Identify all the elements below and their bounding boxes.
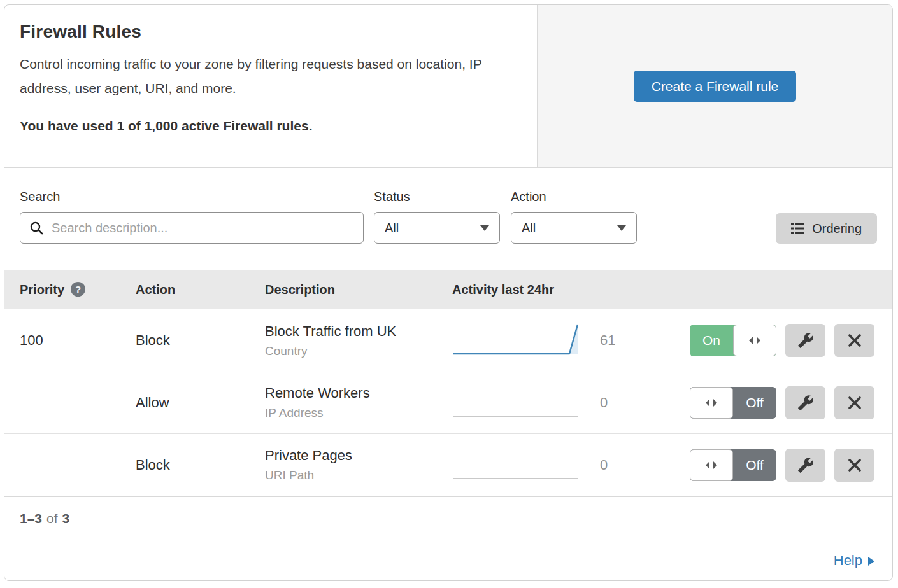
column-header-activity: Activity last 24hr <box>452 283 892 297</box>
chevron-down-icon <box>617 225 626 231</box>
pagination-range: 1–3 <box>20 511 42 526</box>
activity-sparkline <box>452 445 580 486</box>
delete-rule-button[interactable] <box>834 324 874 357</box>
header-text-panel: Firewall Rules Control incoming traffic … <box>4 5 537 167</box>
rule-description: Private Pages URI Path <box>265 447 452 482</box>
delete-rule-button[interactable] <box>834 386 874 419</box>
table-row: 100 Block Block Traffic from UK Country … <box>4 309 892 372</box>
activity-count: 0 <box>600 395 608 411</box>
rule-match-type: IP Address <box>265 406 452 420</box>
header-action-panel: Create a Firewall rule <box>537 5 892 167</box>
left-right-arrows-icon <box>748 336 762 345</box>
firewall-rules-card: Firewall Rules Control incoming traffic … <box>4 4 893 581</box>
status-selected-value: All <box>385 221 480 235</box>
rule-enabled-toggle[interactable]: On <box>690 325 776 356</box>
close-icon <box>848 334 861 347</box>
page-header: Firewall Rules Control incoming traffic … <box>4 5 892 168</box>
action-label: Action <box>511 190 637 204</box>
activity-sparkline <box>452 320 580 361</box>
rule-description-title: Remote Workers <box>265 385 452 402</box>
rule-description: Remote Workers IP Address <box>265 385 452 420</box>
activity-count: 61 <box>600 332 615 349</box>
wrench-icon <box>797 332 814 349</box>
rule-match-type: Country <box>265 344 452 358</box>
help-link-label: Help <box>834 552 862 569</box>
table-row: Allow Remote Workers IP Address 0 Off <box>4 372 892 434</box>
status-select[interactable]: All <box>374 212 500 244</box>
rule-activity: 0 <box>452 445 690 486</box>
rule-description: Block Traffic from UK Country <box>265 323 452 358</box>
wrench-icon <box>797 395 814 411</box>
table-header: Priority? Action Description Activity la… <box>4 270 892 309</box>
status-label: Status <box>374 190 500 204</box>
table-row: Block Private Pages URI Path 0 Off <box>4 434 892 496</box>
page-title: Firewall Rules <box>20 22 511 42</box>
edit-rule-button[interactable] <box>785 449 825 482</box>
search-input-wrap <box>20 212 364 244</box>
create-firewall-rule-button[interactable]: Create a Firewall rule <box>634 71 797 102</box>
edit-rule-button[interactable] <box>785 386 825 419</box>
filter-bar: Search Status All Action All <box>4 168 892 270</box>
toggle-state-label: Off <box>733 449 776 481</box>
action-select[interactable]: All <box>511 212 637 244</box>
ordered-list-icon <box>791 223 805 234</box>
rule-controls: Off <box>690 386 892 419</box>
rule-priority: 100 <box>20 332 136 349</box>
pagination-total: 3 <box>62 511 70 526</box>
wrench-icon <box>797 457 814 473</box>
rule-action: Block <box>136 332 265 349</box>
delete-rule-button[interactable] <box>834 449 874 482</box>
activity-sparkline <box>452 382 580 423</box>
ordering-button[interactable]: Ordering <box>776 213 877 244</box>
rule-enabled-toggle[interactable]: Off <box>690 449 776 481</box>
toggle-state-label: On <box>690 325 733 356</box>
rule-match-type: URI Path <box>265 468 452 482</box>
toggle-state-label: Off <box>733 387 776 419</box>
help-bar: Help <box>4 540 892 580</box>
search-filter: Search <box>20 190 364 244</box>
usage-note: You have used 1 of 1,000 active Firewall… <box>20 118 511 134</box>
toggle-knob[interactable] <box>733 325 776 356</box>
ordering-button-label: Ordering <box>812 221 862 236</box>
rule-action: Allow <box>136 395 265 411</box>
close-icon <box>848 396 861 409</box>
rule-description-title: Private Pages <box>265 447 452 464</box>
column-header-priority: Priority? <box>20 282 136 297</box>
status-filter: Status All <box>374 190 500 244</box>
rule-enabled-toggle[interactable]: Off <box>690 387 776 419</box>
rule-activity: 61 <box>452 320 690 361</box>
pagination-bar: 1–3 of 3 <box>4 496 892 540</box>
help-link[interactable]: Help <box>834 552 874 569</box>
pagination-of-label: of <box>46 511 58 526</box>
priority-header-label: Priority <box>20 283 64 297</box>
action-selected-value: All <box>522 221 617 235</box>
rule-activity: 0 <box>452 382 690 423</box>
column-header-description: Description <box>265 283 452 297</box>
activity-count: 0 <box>600 457 608 473</box>
search-label: Search <box>20 190 364 204</box>
left-right-arrows-icon <box>704 398 718 407</box>
toggle-knob[interactable] <box>690 387 733 419</box>
edit-rule-button[interactable] <box>785 324 825 357</box>
page-description: Control incoming traffic to your zone by… <box>20 52 511 101</box>
column-header-action: Action <box>136 283 265 297</box>
search-icon <box>29 221 44 235</box>
close-icon <box>848 459 861 472</box>
toggle-knob[interactable] <box>690 449 733 481</box>
rule-controls: Off <box>690 449 892 482</box>
action-filter: Action All <box>511 190 637 244</box>
rule-action: Block <box>136 457 265 473</box>
rule-controls: On <box>690 324 892 357</box>
left-right-arrows-icon <box>704 461 718 470</box>
priority-help-icon[interactable]: ? <box>71 282 85 297</box>
chevron-down-icon <box>480 225 489 231</box>
search-input[interactable] <box>52 221 354 235</box>
right-triangle-icon <box>868 557 874 566</box>
rule-description-title: Block Traffic from UK <box>265 323 452 340</box>
